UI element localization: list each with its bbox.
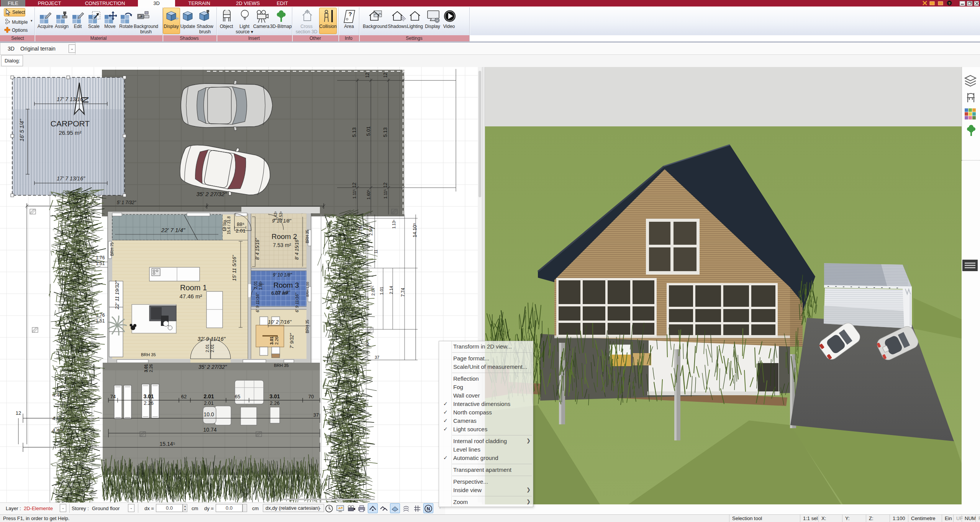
svg-text:N: N [427, 506, 430, 512]
svg-text:8' 4 15/16": 8' 4 15/16" [294, 238, 300, 260]
svg-text:5.13: 5.13 [382, 128, 388, 137]
svg-text:16' 5 1/4": 16' 5 1/4" [19, 119, 25, 141]
svg-text:?: ? [348, 11, 352, 17]
svg-text:2.01: 2.01 [204, 400, 213, 406]
svg-text:32' 9 11/16": 32' 9 11/16" [198, 336, 226, 342]
svg-text:3.01: 3.01 [269, 337, 274, 345]
svg-text:12: 12 [16, 410, 21, 416]
svg-text:1.88⁵: 1.88⁵ [259, 281, 263, 290]
svg-text:18 Stg.: 18 Stg. [223, 219, 227, 231]
svg-text:BRH 75: BRH 75 [110, 242, 114, 256]
svg-text:BRH 35: BRH 35 [141, 352, 156, 357]
svg-text:17' 7 13/16": 17' 7 13/16" [57, 175, 85, 182]
svg-text:1.76: 1.76 [96, 255, 105, 260]
svg-text:14.10⁵: 14.10⁵ [412, 223, 418, 237]
svg-text:10' 2 7/16": 10' 2 7/16" [268, 319, 292, 325]
svg-text:35' 2 27/32": 35' 2 27/32" [196, 191, 227, 197]
svg-text:74: 74 [110, 394, 116, 399]
svg-text:2.01: 2.01 [203, 393, 214, 399]
svg-text:47.46 m²: 47.46 m² [179, 293, 202, 299]
svg-text:37: 37 [375, 355, 379, 360]
svg-text:?: ? [948, 2, 951, 5]
svg-text:3.01: 3.01 [143, 393, 154, 399]
svg-text:70: 70 [308, 394, 314, 399]
svg-text:7' 9/32": 7' 9/32" [289, 333, 295, 349]
svg-text:37: 37 [313, 412, 319, 418]
svg-text:26.95 m²: 26.95 m² [59, 129, 81, 136]
svg-text:12: 12 [352, 182, 357, 188]
svg-text:1.13⁵: 1.13⁵ [392, 219, 396, 229]
svg-text:2.07⁵: 2.07⁵ [371, 286, 375, 296]
svg-text:9' 10 1/8": 9' 10 1/8" [273, 272, 292, 278]
svg-text:17' 7 13/16": 17' 7 13/16" [57, 96, 85, 102]
svg-text:Room 2: Room 2 [272, 232, 297, 241]
svg-text:22' 7 1/4": 22' 7 1/4" [161, 227, 185, 233]
svg-text:5.13: 5.13 [351, 128, 357, 137]
svg-text:22' 11 19/32": 22' 11 19/32" [114, 280, 120, 309]
svg-text:BRH 35: BRH 35 [305, 320, 310, 333]
svg-text:2.01: 2.01 [253, 281, 258, 289]
svg-text:12: 12 [383, 182, 388, 188]
svg-text:3.01: 3.01 [269, 393, 280, 399]
svg-text:15.14⁵: 15.14⁵ [160, 441, 175, 447]
svg-text:2.01: 2.01 [210, 344, 215, 352]
svg-text:1.60⁵: 1.60⁵ [366, 190, 371, 200]
svg-text:BRH 1.50: BRH 1.50 [306, 282, 310, 297]
svg-text:2.01: 2.01 [236, 228, 245, 234]
svg-text:1.43⁵: 1.43⁵ [274, 211, 278, 220]
svg-text:2.26: 2.26 [274, 337, 279, 345]
svg-text:7.53 m²: 7.53 m² [273, 242, 291, 248]
svg-text:2.01: 2.01 [205, 344, 210, 352]
svg-text:2.26: 2.26 [270, 400, 279, 406]
svg-text:Room 3: Room 3 [274, 281, 299, 289]
svg-text:2.53⁵: 2.53⁵ [279, 211, 283, 220]
svg-text:BRH 35: BRH 35 [305, 230, 310, 243]
svg-text:HB: HB [139, 15, 142, 18]
svg-text:1.11⁵: 1.11⁵ [383, 189, 388, 199]
svg-text:Room 1: Room 1 [180, 283, 207, 292]
svg-text:10.74: 10.74 [203, 427, 216, 433]
svg-text:1.51: 1.51 [96, 318, 105, 324]
svg-text:10' 1/8": 10' 1/8" [275, 290, 290, 295]
svg-text:65: 65 [235, 394, 240, 399]
svg-text:1.11⁵: 1.11⁵ [352, 189, 357, 199]
svg-text:6' 9 11/16": 6' 9 11/16" [295, 292, 299, 312]
svg-text:15' 11 5/16": 15' 11 5/16" [231, 255, 237, 281]
svg-text:2.26: 2.26 [149, 364, 153, 372]
svg-text:5' 1 7/32": 5' 1 7/32" [117, 200, 136, 205]
svg-text:2.26: 2.26 [144, 400, 153, 406]
svg-text:CARPORT: CARPORT [51, 119, 90, 128]
svg-text:88⁵: 88⁵ [237, 221, 244, 227]
svg-text:35' 2 27/32": 35' 2 27/32" [198, 364, 227, 370]
svg-text:6' 9 11/16": 6' 9 11/16" [255, 292, 260, 312]
svg-text:62: 62 [181, 394, 187, 399]
svg-text:10.0: 10.0 [203, 411, 214, 417]
svg-text:5.01: 5.01 [365, 126, 371, 136]
svg-text:12: 12 [365, 72, 370, 78]
svg-text:15.6 / 31.8: 15.6 / 31.8 [227, 216, 231, 234]
svg-text:8' 4 15/16": 8' 4 15/16" [255, 238, 260, 260]
svg-text:3.01: 3.01 [144, 364, 148, 372]
svg-text:BRH 35: BRH 35 [274, 363, 289, 368]
svg-text:12: 12 [383, 72, 388, 78]
svg-text:7.74: 7.74 [400, 288, 406, 297]
